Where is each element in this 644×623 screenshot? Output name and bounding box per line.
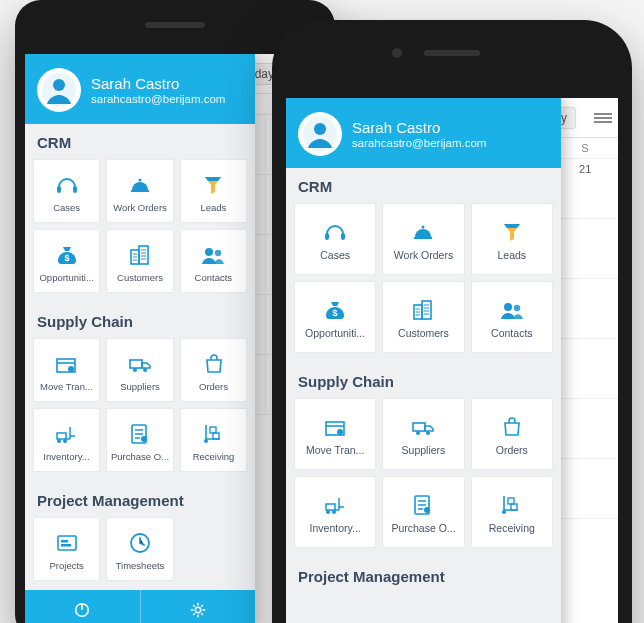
sidebar-scroll: CRM Cases Work Orders Leads Opportuniti.…	[286, 168, 561, 623]
profile-name: Sarah Castro	[352, 119, 486, 138]
sidebar-scroll: CRM Cases Work Orders Leads Opportuniti.…	[25, 124, 255, 590]
tile-purchase-orders[interactable]: Purchase O...	[106, 408, 174, 472]
section-title-supply-chain: Supply Chain	[286, 363, 561, 398]
contacts-icon	[200, 242, 226, 268]
iphone-screen: Today S S 20 21	[286, 98, 618, 623]
tile-receiving[interactable]: Receiving	[471, 476, 553, 548]
purchase-order-icon	[127, 421, 153, 447]
moneybag-icon	[322, 297, 348, 323]
tile-projects[interactable]: Projects	[33, 517, 100, 581]
dolly-icon	[499, 492, 525, 518]
sidebar-bottom-bar	[25, 590, 255, 623]
sidebar-drawer: Sarah Castro sarahcastro@berijam.com CRM…	[286, 98, 561, 623]
tile-contacts[interactable]: Contacts	[471, 281, 553, 353]
tile-move-transactions[interactable]: Move Tran...	[33, 338, 100, 402]
purchase-order-icon	[410, 492, 436, 518]
tile-orders[interactable]: Orders	[180, 338, 247, 402]
section-title-project-management: Project Management	[25, 482, 255, 517]
bag-icon	[499, 414, 525, 440]
logout-button[interactable]	[25, 590, 140, 623]
tile-receiving[interactable]: Receiving	[180, 408, 247, 472]
tile-inventory[interactable]: Inventory...	[294, 476, 376, 548]
supply-grid: Move Tran... Suppliers Orders Inventory.…	[286, 398, 561, 558]
crm-grid: Cases Work Orders Leads Opportuniti... C…	[25, 159, 255, 303]
forklift-icon	[322, 492, 348, 518]
dolly-icon	[201, 421, 227, 447]
profile-header[interactable]: Sarah Castro sarahcastro@berijam.com	[286, 98, 561, 168]
tile-customers[interactable]: Customers	[382, 281, 464, 353]
truck-icon	[127, 351, 153, 377]
cal-date[interactable]: 21	[552, 159, 618, 218]
tile-move-transactions[interactable]: Move Tran...	[294, 398, 376, 470]
tile-cases[interactable]: Cases	[33, 159, 100, 223]
tile-timesheets[interactable]: Timesheets	[106, 517, 173, 581]
contacts-icon	[499, 297, 525, 323]
profile-email: sarahcastro@berijam.com	[352, 137, 486, 149]
forklift-icon	[53, 421, 79, 447]
settings-button[interactable]	[140, 590, 256, 623]
cloche-icon	[410, 219, 436, 245]
sidebar-drawer: Sarah Castro sarahcastro@berijam.com CRM…	[25, 54, 255, 623]
bag-icon	[201, 351, 227, 377]
tile-work-orders[interactable]: Work Orders	[106, 159, 173, 223]
buildings-icon	[127, 242, 153, 268]
section-title-crm: CRM	[286, 168, 561, 203]
pm-grid: Projects Timesheets	[25, 517, 255, 590]
tile-opportunities[interactable]: Opportuniti...	[33, 229, 100, 293]
tile-orders[interactable]: Orders	[471, 398, 553, 470]
tile-work-orders[interactable]: Work Orders	[382, 203, 464, 275]
tile-cases[interactable]: Cases	[294, 203, 376, 275]
profile-name: Sarah Castro	[91, 75, 225, 94]
tile-purchase-orders[interactable]: Purchase O...	[382, 476, 464, 548]
cal-day-label: S	[552, 138, 618, 158]
box-icon	[322, 414, 348, 440]
funnel-icon	[200, 172, 226, 198]
crm-grid: Cases Work Orders Leads Opportuniti... C…	[286, 203, 561, 363]
cloche-icon	[127, 172, 153, 198]
avatar	[298, 112, 342, 156]
tile-customers[interactable]: Customers	[106, 229, 173, 293]
funnel-icon	[499, 219, 525, 245]
moneybag-icon	[54, 242, 80, 268]
tile-leads[interactable]: Leads	[180, 159, 247, 223]
supply-grid: Move Tran... Suppliers Orders Inventory.…	[25, 338, 255, 482]
section-title-supply-chain: Supply Chain	[25, 303, 255, 338]
box-icon	[53, 351, 79, 377]
tile-leads[interactable]: Leads	[471, 203, 553, 275]
section-title-project-management: Project Management	[286, 558, 561, 593]
iphone-frame: Today S S 20 21	[272, 20, 632, 623]
tile-suppliers[interactable]: Suppliers	[106, 338, 174, 402]
calendar-list-icon[interactable]	[594, 111, 612, 125]
buildings-icon	[410, 297, 436, 323]
profile-email: sarahcastro@berijam.com	[91, 93, 225, 105]
projects-icon	[54, 530, 80, 556]
headset-icon	[322, 219, 348, 245]
profile-header[interactable]: Sarah Castro sarahcastro@berijam.com	[25, 54, 255, 124]
tile-opportunities[interactable]: Opportuniti...	[294, 281, 376, 353]
headset-icon	[54, 172, 80, 198]
avatar	[37, 68, 81, 112]
truck-icon	[410, 414, 436, 440]
clock-icon	[127, 530, 153, 556]
section-title-crm: CRM	[25, 124, 255, 159]
tile-inventory[interactable]: Inventory...	[33, 408, 100, 472]
tile-suppliers[interactable]: Suppliers	[382, 398, 464, 470]
tile-contacts[interactable]: Contacts	[180, 229, 247, 293]
